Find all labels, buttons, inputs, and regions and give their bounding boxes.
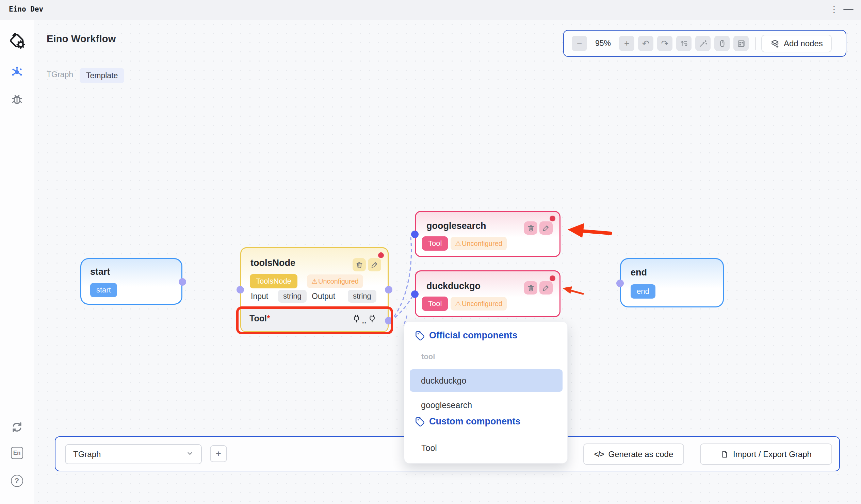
delete-node-button[interactable]: [524, 221, 537, 235]
status-badge: ⚠Unconfigured: [307, 275, 363, 288]
auto-layout-button[interactable]: [676, 36, 692, 51]
plug-icon: [368, 314, 377, 323]
add-nodes-button[interactable]: Add nodes: [761, 35, 832, 52]
help-icon[interactable]: ?: [11, 475, 23, 487]
warning-icon: ⚠: [455, 239, 461, 248]
node-type-badge: end: [631, 284, 655, 298]
redo-button[interactable]: ↷: [657, 36, 672, 51]
code-icon: </>: [594, 450, 604, 459]
custom-components-header: Custom components: [415, 416, 521, 427]
undo-button[interactable]: ↶: [638, 36, 653, 51]
node-start[interactable]: start start: [80, 258, 182, 305]
window-minimize-icon[interactable]: [843, 9, 853, 10]
port-start-output[interactable]: [179, 278, 186, 286]
plug-icons: ..: [352, 314, 377, 323]
official-components-header: Official components: [415, 330, 518, 341]
output-type-badge: string: [348, 290, 377, 303]
graph-name-label: TGraph: [46, 70, 73, 79]
delete-node-button[interactable]: [524, 281, 537, 294]
node-toolsnode[interactable]: toolsNode ToolsNode ⚠Unconfigured Input …: [240, 247, 388, 332]
unsaved-indicator-dot: [550, 276, 556, 281]
import-export-graph-button[interactable]: Import / Export Graph: [700, 444, 832, 465]
status-badge: ⚠Unconfigured: [451, 297, 507, 310]
graph-selector[interactable]: TGraph: [65, 444, 202, 464]
node-title: toolsNode: [250, 258, 296, 268]
page-title: Eino Workflow: [46, 33, 116, 44]
port-end-input[interactable]: [616, 280, 624, 287]
edit-node-button[interactable]: [368, 258, 381, 271]
window-menu-icon[interactable]: ⋮: [830, 4, 838, 14]
plug-dots: ..: [362, 319, 367, 323]
delete-node-button[interactable]: [353, 258, 366, 271]
add-graph-button[interactable]: +: [210, 445, 227, 462]
port-duckduckgo-input[interactable]: [411, 291, 419, 298]
annotation-arrow-googlesearch: [581, 231, 611, 233]
minimap-button[interactable]: [733, 36, 749, 51]
zoom-in-button[interactable]: +: [619, 36, 634, 51]
edit-node-button[interactable]: [539, 221, 553, 235]
node-title: start: [90, 267, 110, 277]
language-icon[interactable]: En: [11, 447, 23, 459]
add-nodes-label: Add nodes: [784, 39, 823, 48]
node-googlesearch[interactable]: googlesearch Tool ⚠Unconfigured: [415, 211, 560, 257]
refresh-icon[interactable]: [10, 420, 24, 434]
picker-item-googlesearch[interactable]: googlesearch: [410, 394, 562, 416]
left-sidebar: En ?: [0, 20, 34, 504]
status-badge: ⚠Unconfigured: [451, 237, 507, 250]
output-label: Output: [312, 292, 335, 301]
node-type-badge: ToolsNode: [250, 274, 298, 289]
port-tool-slot[interactable]: [385, 317, 392, 324]
unsaved-indicator-dot: [378, 252, 384, 258]
sidebar-item-debug[interactable]: [10, 93, 24, 106]
node-title: end: [631, 267, 647, 278]
warning-icon: ⚠: [311, 277, 317, 285]
magic-wand-button[interactable]: [695, 36, 711, 51]
edit-node-button[interactable]: [539, 281, 553, 294]
node-type-badge: Tool: [422, 296, 448, 311]
node-duckduckgo[interactable]: duckduckgo Tool ⚠Unconfigured: [415, 270, 560, 317]
tool-slot-label: Tool*: [249, 313, 270, 323]
generate-as-code-button[interactable]: </> Generate as code: [583, 444, 684, 465]
tool-slot-row[interactable]: Tool* ..: [241, 307, 387, 331]
input-type-badge: string: [278, 290, 306, 303]
graph-selector-value: TGraph: [73, 450, 101, 459]
node-type-badge: start: [90, 283, 117, 297]
unsaved-indicator-dot: [550, 215, 556, 221]
component-picker-dropdown: Official components tool duckduckgo goog…: [404, 321, 568, 463]
node-type-badge: Tool: [422, 236, 448, 251]
picker-item-tool[interactable]: Tool: [410, 437, 562, 459]
window-title-bar: Eino Dev ⋮: [0, 0, 861, 20]
tag-icon: [415, 331, 425, 340]
toolbar-divider: [755, 38, 755, 50]
warning-icon: ⚠: [455, 299, 461, 308]
node-title: duckduckgo: [426, 281, 480, 292]
tag-icon: [415, 417, 425, 426]
plug-icon: [352, 314, 361, 323]
document-icon: [721, 450, 729, 459]
canvas-toolbar: − 95% + ↶ ↷: [563, 30, 846, 57]
category-label: tool: [421, 352, 435, 361]
node-end[interactable]: end end: [620, 258, 724, 307]
annotation-arrow-duckduckgo: [570, 291, 583, 294]
port-toolsnode-input[interactable]: [236, 286, 244, 294]
port-toolsnode-output[interactable]: [385, 286, 392, 294]
port-googlesearch-input[interactable]: [411, 230, 419, 238]
required-marker: *: [267, 313, 270, 323]
app-title: Eino Dev: [9, 5, 43, 13]
node-title: googlesearch: [426, 221, 486, 231]
input-label: Input: [251, 292, 268, 301]
zoom-level: 95%: [591, 39, 615, 48]
chevron-down-icon: [186, 450, 194, 459]
app-logo-icon: [7, 31, 27, 51]
mouse-settings-button[interactable]: [714, 36, 730, 51]
sidebar-item-workflow[interactable]: [10, 65, 25, 80]
picker-item-duckduckgo[interactable]: duckduckgo: [410, 369, 562, 392]
template-badge[interactable]: Template: [80, 68, 124, 83]
zoom-out-button[interactable]: −: [572, 36, 587, 51]
